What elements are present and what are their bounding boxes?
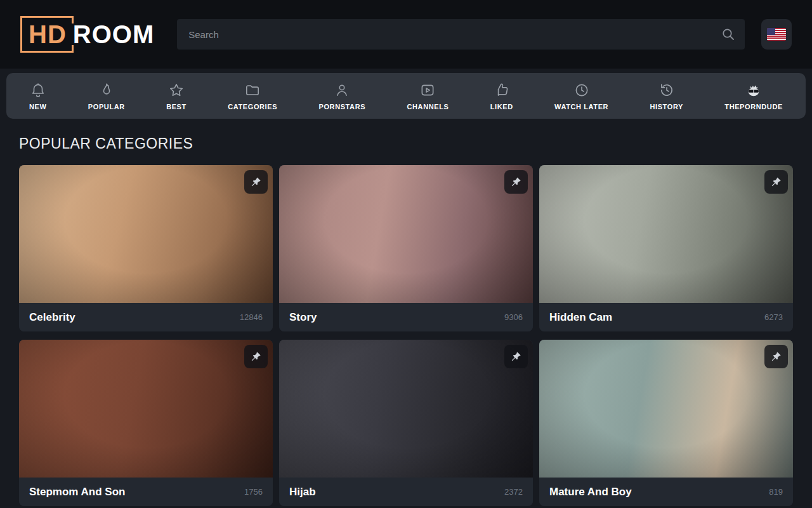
logo-frame: HD [20, 16, 72, 53]
category-count: 12846 [240, 312, 263, 322]
category-title: Mature And Boy [549, 486, 632, 498]
nav-label: THEPORNDUDE [724, 103, 783, 110]
nav-label: HISTORY [650, 103, 683, 110]
category-thumbnail[interactable] [19, 340, 273, 478]
pin-button[interactable] [244, 170, 268, 194]
main-navbar: NEW POPULAR BEST CATEGORIES PORNSTARS CH… [6, 73, 806, 119]
pin-icon [510, 351, 522, 363]
category-card-hidden-cam[interactable]: Hidden Cam 6273 [539, 165, 793, 331]
pin-icon [510, 176, 522, 188]
nav-item-pornstars[interactable]: PORNSTARS [315, 79, 370, 113]
theporndude-icon [745, 82, 762, 98]
site-header: HD ROOM [0, 0, 812, 69]
language-button[interactable] [761, 19, 792, 50]
category-footer: Celebrity 12846 [19, 303, 273, 331]
person-icon [334, 82, 350, 98]
category-footer: Story 9306 [279, 303, 533, 331]
nav-item-watch-later[interactable]: WATCH LATER [551, 79, 612, 113]
nav-item-categories[interactable]: CATEGORIES [224, 79, 281, 113]
category-count: 819 [769, 487, 783, 497]
category-footer: Mature And Boy 819 [539, 478, 793, 506]
category-title: Hidden Cam [549, 311, 612, 324]
history-icon [658, 82, 675, 98]
category-footer: Stepmom And Son 1756 [19, 478, 273, 506]
folder-icon [244, 82, 261, 98]
category-title: Celebrity [29, 311, 75, 324]
pin-button[interactable] [504, 345, 528, 368]
nav-label: LIKED [490, 103, 513, 110]
nav-label: WATCH LATER [554, 103, 608, 110]
logo-room-text: ROOM [73, 22, 154, 47]
search-bar [177, 19, 745, 50]
pin-icon [770, 351, 782, 363]
category-card-hijab[interactable]: Hijab 2372 [279, 340, 533, 506]
category-card-story[interactable]: Story 9306 [279, 165, 533, 331]
nav-item-channels[interactable]: CHANNELS [403, 79, 453, 113]
category-count: 6273 [764, 312, 783, 322]
nav-label: PORNSTARS [319, 103, 366, 110]
category-card-mature-and-boy[interactable]: Mature And Boy 819 [539, 340, 793, 506]
play-square-icon [419, 82, 436, 98]
category-count: 9306 [504, 312, 523, 322]
nav-label: POPULAR [88, 103, 125, 110]
pin-button[interactable] [244, 345, 268, 368]
pin-button[interactable] [764, 170, 788, 194]
category-title: Stepmom And Son [29, 486, 125, 498]
thumbs-up-icon [494, 82, 510, 98]
pin-icon [250, 176, 262, 188]
nav-item-history[interactable]: HISTORY [646, 79, 687, 113]
category-thumbnail[interactable] [279, 340, 533, 478]
category-thumbnail[interactable] [279, 165, 533, 303]
star-icon [168, 82, 185, 98]
search-icon[interactable] [721, 27, 736, 42]
nav-item-theporndude[interactable]: THEPORNDUDE [721, 79, 787, 113]
nav-item-liked[interactable]: LIKED [487, 79, 517, 113]
nav-label: CHANNELS [407, 103, 449, 110]
nav-item-new[interactable]: NEW [25, 79, 50, 113]
category-thumbnail[interactable] [19, 165, 273, 303]
category-count: 1756 [244, 487, 263, 497]
category-card-celebrity[interactable]: Celebrity 12846 [19, 165, 273, 331]
clock-icon [573, 82, 590, 98]
search-input[interactable] [177, 19, 745, 50]
category-footer: Hijab 2372 [279, 478, 533, 506]
nav-label: BEST [166, 103, 187, 110]
us-flag-icon [767, 28, 786, 41]
pin-button[interactable] [504, 170, 528, 194]
category-card-stepmom-and-son[interactable]: Stepmom And Son 1756 [19, 340, 273, 506]
nav-item-best[interactable]: BEST [162, 79, 190, 113]
category-thumbnail[interactable] [539, 165, 793, 303]
category-footer: Hidden Cam 6273 [539, 303, 793, 331]
flame-icon [98, 82, 115, 98]
pin-icon [250, 351, 262, 363]
page-title: POPULAR CATEGORIES [19, 135, 812, 152]
category-title: Story [289, 311, 317, 324]
site-logo[interactable]: HD ROOM [20, 16, 154, 53]
category-grid: Celebrity 12846 Story 9306 Hidden Ca [0, 165, 812, 506]
pin-button[interactable] [764, 345, 788, 368]
category-thumbnail[interactable] [539, 340, 793, 478]
nav-item-popular[interactable]: POPULAR [84, 79, 129, 113]
logo-hd-text: HD [29, 20, 67, 48]
nav-label: CATEGORIES [228, 103, 277, 110]
bell-icon [30, 82, 46, 98]
category-title: Hijab [289, 486, 316, 498]
nav-label: NEW [29, 103, 46, 110]
category-count: 2372 [504, 487, 523, 497]
pin-icon [770, 176, 782, 188]
